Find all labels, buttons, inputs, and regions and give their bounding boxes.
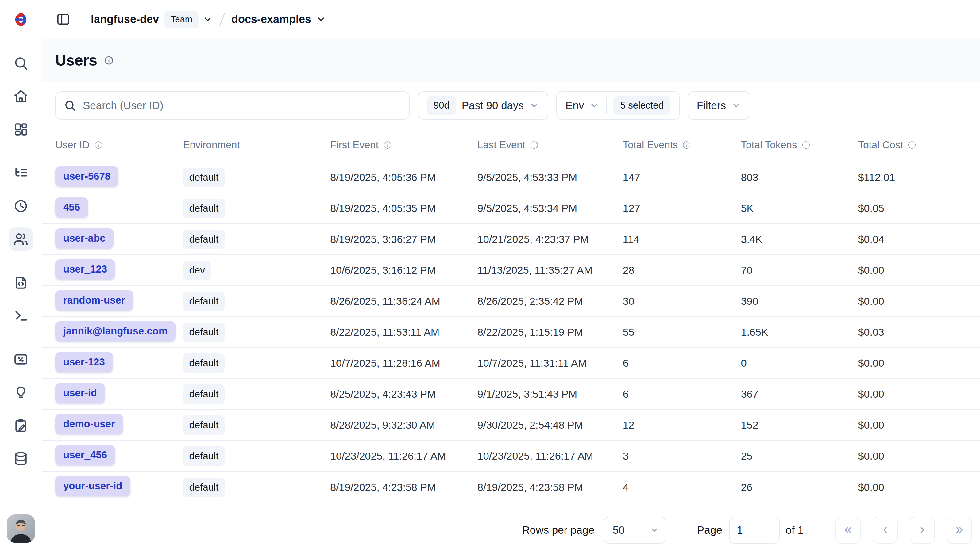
sidebar-item-annotation[interactable] bbox=[9, 414, 33, 437]
total-events-cell: 3 bbox=[623, 441, 741, 472]
rows-per-page-select[interactable]: 50 bbox=[603, 517, 667, 544]
column-header-total-tokens[interactable]: Total Tokens bbox=[741, 128, 858, 162]
first-page-button[interactable]: « bbox=[835, 517, 861, 544]
environment-badge: default bbox=[183, 323, 224, 342]
table-row[interactable]: random-user default 8/26/2025, 11:36:24 … bbox=[42, 286, 980, 317]
clock-icon bbox=[13, 198, 29, 214]
sidebar-nav bbox=[9, 39, 33, 514]
column-header-total-cost[interactable]: Total Cost bbox=[858, 128, 980, 162]
project-name[interactable]: docs-examples bbox=[231, 13, 311, 26]
column-header-total-events[interactable]: Total Events bbox=[623, 128, 741, 162]
user-id-link[interactable]: demo-user bbox=[55, 414, 123, 434]
total-cost-cell: $0.00 bbox=[858, 286, 980, 317]
filters-button[interactable]: Filters bbox=[687, 91, 751, 120]
sidebar bbox=[0, 0, 42, 550]
main-area: langfuse-dev Team docs-examples Users 90… bbox=[42, 0, 980, 550]
page-number-input[interactable] bbox=[729, 517, 780, 544]
search-input[interactable] bbox=[83, 99, 401, 112]
user-id-link[interactable]: random-user bbox=[55, 290, 133, 310]
column-header-last-event[interactable]: Last Event bbox=[477, 128, 623, 162]
sidebar-item-prompts[interactable] bbox=[9, 271, 33, 294]
info-icon bbox=[94, 140, 103, 150]
filters-label: Filters bbox=[697, 99, 726, 112]
sidebar-item-dashboards[interactable] bbox=[9, 118, 33, 141]
table-row[interactable]: jannik@langfuse.com default 8/22/2025, 1… bbox=[42, 317, 980, 348]
avatar[interactable] bbox=[7, 514, 35, 543]
table-row[interactable]: user-5678 default 8/19/2025, 4:05:36 PM … bbox=[42, 162, 980, 193]
user-id-link[interactable]: jannik@langfuse.com bbox=[55, 321, 175, 341]
sidebar-item-playground[interactable] bbox=[9, 304, 33, 327]
info-icon bbox=[682, 140, 691, 150]
user-id-link[interactable]: 456 bbox=[55, 197, 88, 217]
first-event-cell: 8/19/2025, 3:36:27 PM bbox=[330, 224, 477, 255]
info-icon bbox=[530, 140, 539, 150]
sidebar-item-users[interactable] bbox=[9, 227, 33, 251]
last-event-cell: 9/30/2025, 2:54:48 PM bbox=[477, 410, 623, 441]
total-cost-cell: $0.00 bbox=[858, 348, 980, 379]
chevron-down-icon bbox=[529, 101, 539, 110]
user-id-link[interactable]: user_123 bbox=[55, 259, 115, 279]
last-event-cell: 10/23/2025, 11:26:17 AM bbox=[477, 441, 623, 472]
last-event-cell: 8/19/2025, 4:23:58 PM bbox=[477, 472, 623, 502]
table-row[interactable]: user_456 default 10/23/2025, 11:26:17 AM… bbox=[42, 441, 980, 472]
users-table: User ID Environment First Event Last Eve… bbox=[42, 128, 980, 510]
environment-badge: default bbox=[183, 446, 224, 466]
first-event-cell: 8/19/2025, 4:05:35 PM bbox=[330, 193, 477, 224]
sidebar-item-home[interactable] bbox=[9, 85, 33, 108]
page-info-icon[interactable] bbox=[104, 55, 114, 65]
column-header-first-event[interactable]: First Event bbox=[330, 128, 477, 162]
table-row[interactable]: demo-user default 8/28/2025, 9:32:30 AM … bbox=[42, 410, 980, 441]
sidebar-toggle-button[interactable] bbox=[55, 11, 72, 28]
trace-tree-icon bbox=[13, 165, 29, 181]
terminal-icon bbox=[13, 308, 29, 323]
table-row[interactable]: user-id default 8/25/2025, 4:23:43 PM 9/… bbox=[42, 379, 980, 410]
rows-per-page-label: Rows per page bbox=[522, 524, 594, 536]
user-menu[interactable] bbox=[7, 514, 35, 543]
sidebar-item-search[interactable] bbox=[9, 52, 33, 75]
sidebar-item-datasets[interactable] bbox=[9, 447, 33, 470]
previous-page-button[interactable]: ‹ bbox=[873, 517, 898, 544]
table-row[interactable]: your-user-id default 8/19/2025, 4:23:58 … bbox=[42, 472, 980, 502]
user-id-link[interactable]: your-user-id bbox=[55, 476, 130, 496]
breadcrumb-separator bbox=[220, 13, 225, 26]
user-id-link[interactable]: user_456 bbox=[55, 445, 115, 465]
table-row[interactable]: user-123 default 10/7/2025, 11:28:16 AM … bbox=[42, 348, 980, 379]
total-events-cell: 55 bbox=[623, 317, 741, 348]
sidebar-item-tracing[interactable] bbox=[9, 161, 33, 185]
last-page-button[interactable]: » bbox=[947, 517, 972, 544]
user-id-link[interactable]: user-abc bbox=[55, 228, 113, 248]
total-tokens-cell: 3.4K bbox=[741, 224, 858, 255]
environment-filter-button[interactable]: Env 5 selected bbox=[556, 91, 679, 120]
first-event-cell: 8/26/2025, 11:36:24 AM bbox=[330, 286, 477, 317]
total-tokens-cell: 26 bbox=[741, 472, 858, 502]
table-row[interactable]: user-abc default 8/19/2025, 3:36:27 PM 1… bbox=[42, 224, 980, 255]
environment-badge: default bbox=[183, 230, 224, 249]
search-box[interactable] bbox=[55, 91, 410, 120]
lightbulb-icon bbox=[13, 385, 29, 400]
env-label: Env bbox=[565, 99, 584, 112]
sidebar-item-scores[interactable] bbox=[9, 348, 33, 371]
project-switcher-button[interactable] bbox=[316, 14, 326, 24]
user-id-link[interactable]: user-id bbox=[55, 383, 105, 403]
user-id-link[interactable]: user-5678 bbox=[55, 166, 118, 186]
user-id-link[interactable]: user-123 bbox=[55, 352, 113, 372]
org-switcher-button[interactable] bbox=[203, 14, 213, 24]
table-row[interactable]: user_123 dev 10/6/2025, 3:16:12 PM 11/13… bbox=[42, 255, 980, 286]
date-range-button[interactable]: 90d Past 90 days bbox=[418, 91, 548, 120]
info-icon bbox=[907, 140, 916, 150]
page-of-label: of 1 bbox=[786, 524, 803, 536]
table-row[interactable]: 456 default 8/19/2025, 4:05:35 PM 9/5/20… bbox=[42, 193, 980, 224]
environment-badge: default bbox=[183, 353, 224, 373]
total-cost-cell: $0.04 bbox=[858, 224, 980, 255]
column-header-user-id[interactable]: User ID bbox=[42, 128, 183, 162]
database-icon bbox=[13, 451, 29, 466]
clipboard-pen-icon bbox=[13, 418, 29, 433]
sidebar-item-evaluators[interactable] bbox=[9, 381, 33, 404]
sidebar-item-sessions[interactable] bbox=[9, 194, 33, 218]
org-name[interactable]: langfuse-dev bbox=[91, 13, 159, 26]
column-header-environment[interactable]: Environment bbox=[183, 128, 330, 162]
next-page-button[interactable]: › bbox=[910, 517, 935, 544]
chevron-down-icon bbox=[732, 101, 741, 110]
first-event-cell: 8/25/2025, 4:23:43 PM bbox=[330, 379, 477, 410]
first-event-cell: 8/19/2025, 4:23:58 PM bbox=[330, 472, 477, 502]
